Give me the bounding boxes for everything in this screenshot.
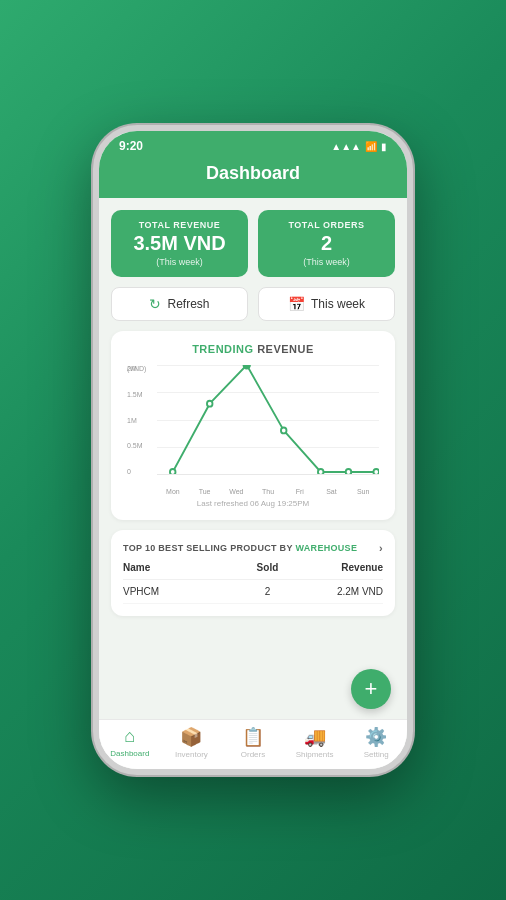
dot-wed — [243, 365, 249, 368]
nav-label-setting: Setting — [364, 750, 389, 759]
chart-area: (VND) 0 0.5M 1M 1.5M 2M — [127, 365, 379, 495]
col-header-name: Name — [123, 562, 239, 573]
fab-icon: + — [365, 676, 378, 702]
yaxis-15: 1.5M — [127, 391, 153, 398]
xlabel-mon: Mon — [157, 488, 189, 495]
yaxis-2: 2M — [127, 365, 153, 372]
shipments-icon: 🚚 — [304, 726, 326, 748]
xlabel-thu: Thu — [252, 488, 284, 495]
status-bar: 9:20 ▲▲▲ 📶 ▮ — [99, 131, 407, 157]
chart-refresh-note: Last refreshed 06 Aug 19:25PM — [123, 499, 383, 508]
nav-item-dashboard[interactable]: ⌂ Dashboard — [99, 726, 161, 759]
table-row: VPHCM 2 2.2M VND — [123, 580, 383, 604]
header: Dashboard — [99, 157, 407, 198]
col-header-revenue: Revenue — [296, 562, 383, 573]
dot-sat — [346, 469, 352, 474]
dot-sun — [373, 469, 379, 474]
thisweek-label: This week — [311, 297, 365, 311]
refresh-button[interactable]: ↻ Refresh — [111, 287, 248, 321]
col-header-sold: Sold — [239, 562, 297, 573]
dot-tue — [207, 401, 213, 407]
signal-icon: ▲▲▲ — [331, 141, 361, 152]
xlabel-sat: Sat — [316, 488, 348, 495]
row-revenue: 2.2M VND — [296, 586, 383, 597]
row-sold: 2 — [239, 586, 297, 597]
table-section-highlight: WAREHOUSE — [296, 543, 358, 553]
chart-yaxis: 0 0.5M 1M 1.5M 2M — [127, 365, 153, 475]
orders-sub: (This week) — [270, 257, 383, 267]
nav-label-inventory: Inventory — [175, 750, 208, 759]
stat-card-revenue: TOTAL REVENUE 3.5M VND (This week) — [111, 210, 248, 277]
bottom-nav: ⌂ Dashboard 📦 Inventory 📋 Orders 🚚 Shipm… — [99, 719, 407, 769]
status-icons: ▲▲▲ 📶 ▮ — [331, 141, 387, 152]
stat-card-orders: TOTAL ORDERS 2 (This week) — [258, 210, 395, 277]
nav-label-orders: Orders — [241, 750, 265, 759]
orders-label: TOTAL ORDERS — [270, 220, 383, 230]
revenue-value: 3.5M VND — [123, 232, 236, 255]
xlabel-tue: Tue — [189, 488, 221, 495]
xlabel-sun: Sun — [347, 488, 379, 495]
dot-thu — [281, 427, 287, 433]
nav-item-inventory[interactable]: 📦 Inventory — [161, 726, 223, 759]
stats-row: TOTAL REVENUE 3.5M VND (This week) TOTAL… — [111, 210, 395, 277]
chart-xlabel: Mon Tue Wed Thu Fri Sat Sun — [157, 488, 379, 495]
revenue-sub: (This week) — [123, 257, 236, 267]
dot-mon — [170, 469, 176, 474]
xlabel-wed: Wed — [220, 488, 252, 495]
chart-title-revenue: REVENUE — [257, 343, 314, 355]
refresh-label: Refresh — [167, 297, 209, 311]
yaxis-1: 1M — [127, 417, 153, 424]
inventory-icon: 📦 — [180, 726, 202, 748]
chart-title-trending: TRENDING — [192, 343, 253, 355]
nav-item-setting[interactable]: ⚙️ Setting — [345, 726, 407, 759]
yaxis-05: 0.5M — [127, 442, 153, 449]
nav-item-shipments[interactable]: 🚚 Shipments — [284, 726, 346, 759]
dot-fri — [318, 469, 324, 474]
action-row: ↻ Refresh 📅 This week — [111, 287, 395, 321]
calendar-icon: 📅 — [288, 296, 305, 312]
table-section-label: TOP 10 BEST SELLING PRODUCT BY — [123, 543, 293, 553]
page-title: Dashboard — [119, 163, 387, 184]
orders-icon: 📋 — [242, 726, 264, 748]
phone-frame: 9:20 ▲▲▲ 📶 ▮ Dashboard TOTAL REVENUE 3.5… — [93, 125, 413, 775]
setting-icon: ⚙️ — [365, 726, 387, 748]
orders-value: 2 — [270, 232, 383, 255]
status-time: 9:20 — [119, 139, 143, 153]
yaxis-0: 0 — [127, 468, 153, 475]
table-card: TOP 10 BEST SELLING PRODUCT BY WAREHOUSE… — [111, 530, 395, 616]
table-section-header: TOP 10 BEST SELLING PRODUCT BY WAREHOUSE… — [123, 542, 383, 554]
battery-icon: ▮ — [381, 141, 387, 152]
chart-plot — [157, 365, 379, 475]
nav-label-dashboard: Dashboard — [110, 749, 149, 758]
table-col-headers: Name Sold Revenue — [123, 562, 383, 580]
revenue-label: TOTAL REVENUE — [123, 220, 236, 230]
wifi-icon: 📶 — [365, 141, 377, 152]
chart-title: TRENDING REVENUE — [123, 343, 383, 355]
table-chevron-icon[interactable]: › — [379, 542, 383, 554]
chart-svg — [157, 365, 379, 474]
chart-line — [173, 365, 377, 472]
nav-item-orders[interactable]: 📋 Orders — [222, 726, 284, 759]
fab-button[interactable]: + — [351, 669, 391, 709]
refresh-icon: ↻ — [149, 296, 161, 312]
chart-card: TRENDING REVENUE (VND) 0 0.5M 1M 1.5M 2M — [111, 331, 395, 520]
dashboard-icon: ⌂ — [124, 726, 135, 747]
thisweek-button[interactable]: 📅 This week — [258, 287, 395, 321]
row-name: VPHCM — [123, 586, 239, 597]
nav-label-shipments: Shipments — [296, 750, 334, 759]
xlabel-fri: Fri — [284, 488, 316, 495]
